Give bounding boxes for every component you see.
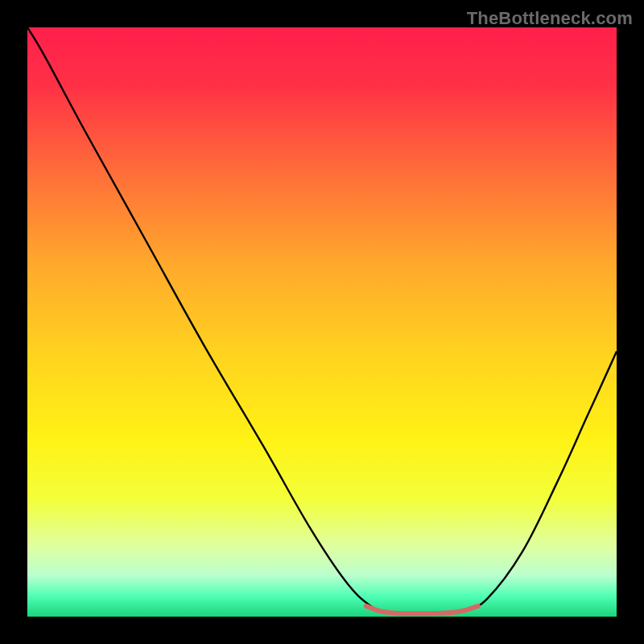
chart-svg	[27, 27, 617, 617]
chart-frame: TheBottleneck.com	[0, 0, 644, 644]
chart-background	[27, 27, 617, 617]
watermark-text: TheBottleneck.com	[467, 8, 633, 29]
plot-area	[27, 27, 617, 617]
